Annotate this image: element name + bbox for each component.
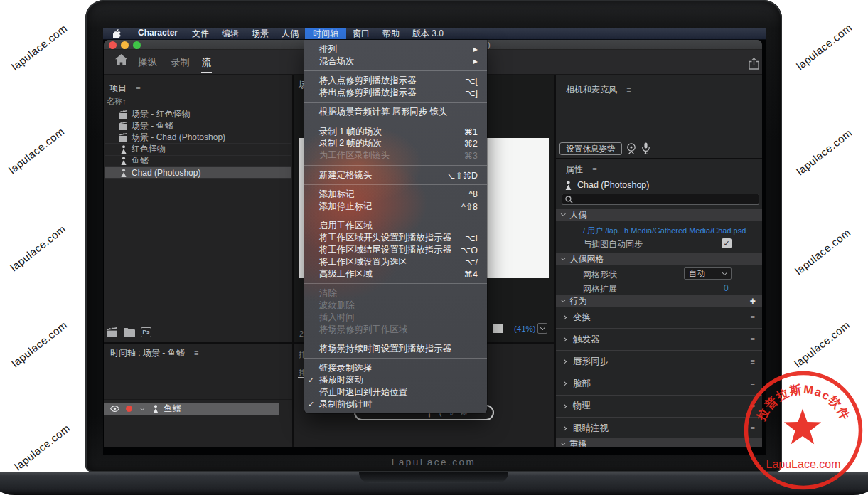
track-visibility-eye-icon[interactable]: [110, 406, 119, 412]
search-icon: [565, 196, 573, 203]
menubar-item-timeline[interactable]: 时间轴: [305, 28, 346, 39]
behavior-row[interactable]: 脸部≡: [556, 374, 762, 396]
source-file-link[interactable]: / 用户 /lap...h Media/Gathered Media/Chad.…: [583, 226, 746, 236]
menubar-item-puppet[interactable]: 人偶: [275, 28, 305, 39]
behavior-row[interactable]: 唇形同步≡: [556, 351, 762, 373]
behavior-menu-icon[interactable]: ≡: [751, 357, 755, 366]
menubar-item-help[interactable]: 帮助: [376, 28, 406, 39]
menu-item[interactable]: 高级工作区域⌘4: [304, 268, 487, 280]
menu-item[interactable]: 启用工作区域: [304, 220, 487, 232]
menu-item[interactable]: 将工作区域开头设置到播放指示器⌥I: [304, 232, 487, 244]
background-color-swatch[interactable]: [493, 324, 503, 333]
menu-item[interactable]: 排列▶: [304, 43, 487, 55]
chevron-right-icon[interactable]: [562, 426, 566, 430]
project-sort-header[interactable]: 名称↑: [107, 96, 127, 107]
behavior-menu-icon[interactable]: ≡: [751, 313, 755, 322]
menu-item-label: 插入时间: [319, 312, 478, 324]
menu-item[interactable]: 新建定格镜头⌥⇧⌘D: [304, 169, 487, 181]
set-rest-pose-button[interactable]: 设置休息姿势: [559, 142, 622, 155]
project-item-puppet[interactable]: 鱼鳍: [105, 156, 291, 167]
zoom-button[interactable]: [133, 41, 141, 49]
menubar-item-edit[interactable]: 编辑: [215, 28, 245, 39]
home-icon[interactable]: [115, 54, 127, 65]
panel-menu-icon[interactable]: ≡: [626, 85, 631, 94]
properties-panel-header[interactable]: 属性 ≡: [566, 164, 597, 176]
project-item-puppet[interactable]: Chad (Photoshop): [105, 167, 291, 179]
behavior-row[interactable]: 触发器≡: [556, 329, 762, 351]
menu-item[interactable]: 将场景持续时间设置到播放指示器: [304, 343, 487, 355]
panel-menu-icon[interactable]: ≡: [136, 84, 140, 92]
project-item-puppet[interactable]: 红色怪物: [105, 144, 291, 155]
menu-item[interactable]: 将工作区域结尾设置到播放指示器⌥O: [304, 244, 487, 256]
add-behavior-button[interactable]: +: [750, 295, 756, 307]
menu-item[interactable]: ✓录制前倒计时: [304, 398, 487, 410]
behavior-row[interactable]: 变换≡: [556, 307, 762, 329]
export-share-icon[interactable]: [749, 58, 759, 70]
chevron-right-icon[interactable]: [562, 404, 566, 408]
behavior-row[interactable]: 眼睛注视≡: [556, 418, 762, 440]
menu-item[interactable]: 停止时返回到开始位置: [304, 386, 487, 398]
tab-rig[interactable]: 操纵: [138, 56, 157, 69]
apple-menu-icon[interactable]: [103, 28, 130, 39]
menu-item[interactable]: 添加标记^8: [304, 189, 487, 201]
menu-item-label: 启用工作区域: [319, 220, 478, 232]
webcam-icon[interactable]: [626, 143, 636, 154]
menu-item[interactable]: 录制 1 帧的场次⌘1: [304, 126, 487, 138]
new-scene-icon[interactable]: [107, 327, 118, 337]
section-header-puppet[interactable]: 人偶: [556, 209, 762, 221]
project-item-scene[interactable]: 场景 - 鱼鳍: [105, 120, 291, 132]
menu-item[interactable]: 将出点修剪到播放指示器⌥]: [304, 87, 487, 99]
section-header-mesh[interactable]: 人偶网格: [556, 253, 762, 265]
menu-item[interactable]: 添加停止标记^⇧8: [304, 201, 487, 213]
new-folder-icon[interactable]: [124, 328, 135, 337]
panel-menu-icon[interactable]: ≡: [194, 349, 198, 357]
zoom-dropdown-button[interactable]: [537, 323, 547, 334]
chevron-right-icon[interactable]: [562, 381, 566, 386]
timeline-track-row[interactable]: 鱼鳍: [104, 403, 279, 415]
track-record-dot[interactable]: [126, 406, 132, 412]
menubar-app-name[interactable]: Character: [130, 28, 186, 39]
menu-item[interactable]: 将工作区域设置为选区⌥/: [304, 256, 487, 268]
menubar-item-version[interactable]: 版本 3.0: [406, 28, 450, 39]
menu-item[interactable]: 将入点修剪到播放指示器⌥[: [304, 75, 487, 87]
project-timeline-column: 项目 ≡ 名称↑ 场景 - 红色怪物场景 - 鱼鳍场景 - Chad (Phot…: [104, 75, 292, 447]
minimize-button[interactable]: [121, 41, 129, 49]
zoom-level-value[interactable]: (41%): [514, 324, 536, 333]
menu-item-label: 为工作区录制镜头: [319, 149, 459, 161]
menu-separator: [304, 216, 487, 216]
project-item-scene[interactable]: 场景 - Chad (Photoshop): [105, 132, 291, 144]
section-header-replay[interactable]: 重播: [556, 438, 762, 447]
photoshop-import-icon[interactable]: Ps: [141, 327, 151, 337]
auto-sync-label: 与插图自动同步: [583, 238, 643, 250]
properties-search-input[interactable]: [562, 194, 759, 205]
chevron-right-icon[interactable]: [562, 337, 566, 341]
microphone-icon[interactable]: [642, 142, 650, 154]
menu-item[interactable]: 根据场景音频计算 唇形同步 镜头: [304, 106, 487, 118]
chevron-right-icon[interactable]: [562, 359, 566, 364]
submenu-arrow-icon: ▶: [473, 46, 478, 53]
chevron-right-icon[interactable]: [562, 315, 566, 319]
track-expand-chevron-icon[interactable]: [140, 406, 144, 410]
mesh-expand-value[interactable]: 0: [724, 283, 729, 293]
project-panel-header[interactable]: 项目 ≡: [109, 83, 141, 95]
menu-item[interactable]: 链接录制选择: [304, 362, 487, 374]
menu-item[interactable]: 混合场次▶: [304, 55, 487, 68]
close-button[interactable]: [109, 41, 117, 49]
camera-mic-panel-header[interactable]: 相机和麦克风 ≡: [566, 84, 631, 96]
behavior-row[interactable]: 物理≡: [556, 396, 762, 418]
menu-item[interactable]: ✓播放时滚动: [304, 374, 487, 386]
panel-menu-icon[interactable]: ≡: [592, 165, 596, 174]
tab-stream[interactable]: 流: [202, 56, 212, 69]
auto-sync-checkbox[interactable]: ✓: [722, 238, 732, 248]
panel-divider: [104, 342, 292, 344]
behavior-menu-icon[interactable]: ≡: [751, 335, 755, 344]
mesh-shape-select[interactable]: 自动: [684, 267, 732, 280]
tab-record[interactable]: 录制: [171, 56, 190, 69]
project-item-scene[interactable]: 场景 - 红色怪物: [105, 109, 291, 120]
menubar-item-scene[interactable]: 场景: [245, 28, 275, 39]
menubar-item-file[interactable]: 文件: [186, 28, 215, 39]
section-header-behaviors[interactable]: 行为 +: [556, 295, 762, 307]
timeline-panel-header[interactable]: 时间轴 : 场景 - 鱼鳍 ≡: [110, 347, 198, 359]
menu-item[interactable]: 录制 2 帧的场次⌘2: [304, 137, 487, 149]
menubar-item-window[interactable]: 窗口: [346, 28, 376, 39]
